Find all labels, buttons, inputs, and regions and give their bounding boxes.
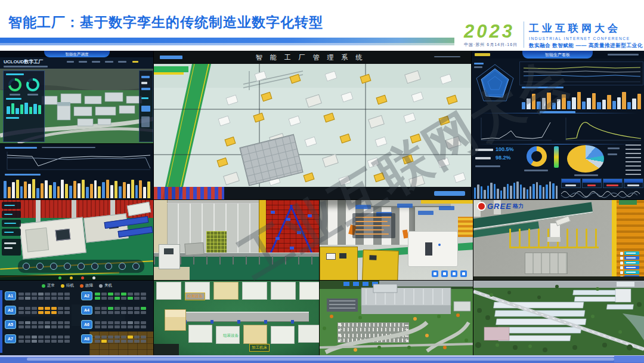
factory-machine-block <box>324 113 335 122</box>
bar <box>135 185 138 198</box>
factory-machine-block <box>225 95 238 106</box>
kpi-box-2-value <box>587 184 596 186</box>
factory-machine-block <box>439 116 450 125</box>
machine-block <box>64 297 70 300</box>
factory-machine-block <box>305 94 322 108</box>
machine-block <box>25 311 30 314</box>
hud-readout <box>2 239 21 256</box>
dashboard-kpi-panel: 智能生产看板 <box>472 51 644 200</box>
kpi-box-3 <box>603 179 623 188</box>
cnc-station-icon-1 <box>23 263 30 270</box>
machine-block <box>51 293 57 296</box>
machine-block <box>45 311 50 314</box>
gree-logo: GREE 格力 <box>477 202 524 211</box>
machine-block <box>121 297 126 300</box>
bar <box>78 183 80 199</box>
bar <box>106 180 109 198</box>
conference-logo: 2023 中国·苏州 6月14日-16日 工业互联网大会 INDUSTRIAL … <box>454 4 644 50</box>
bar <box>532 94 535 109</box>
machine-block <box>45 297 50 300</box>
bar <box>530 186 531 199</box>
bar <box>61 180 64 198</box>
bar <box>527 99 530 109</box>
pl-tool-icon-2 <box>441 270 448 277</box>
legend-item: 待机 <box>61 283 74 288</box>
legend-item: 关机 <box>99 283 112 288</box>
kpi-brand-mark <box>475 53 490 56</box>
machine-group-badge: A5 <box>5 320 16 329</box>
bar <box>82 180 85 198</box>
ml-label-assembly: 组装设备 <box>223 333 239 339</box>
pl-side-rack <box>458 217 473 237</box>
conference-name-cn: 工业互联网大会 <box>529 21 643 35</box>
machine-block <box>108 340 113 343</box>
machine-block <box>95 297 100 300</box>
pl-tag-4 <box>418 211 434 215</box>
machine-block <box>128 293 133 296</box>
cnc-station-icon-5 <box>78 263 85 270</box>
machine-block <box>121 336 126 339</box>
machine-block <box>64 311 70 314</box>
machine-block <box>101 307 107 310</box>
bar <box>503 187 505 199</box>
bar <box>139 180 142 198</box>
pl-data-line-5 <box>355 233 389 235</box>
factory-machine-block <box>218 116 230 127</box>
machine-block <box>25 321 30 324</box>
kpi2-value: 98.2% <box>496 155 511 161</box>
bar <box>73 181 76 198</box>
ratio-donut-label <box>524 170 548 171</box>
kpi-divider-1-label <box>540 111 575 113</box>
machine-block <box>128 311 133 314</box>
machine-block <box>25 340 30 343</box>
wh-gray-box <box>184 242 204 256</box>
bar <box>607 95 611 109</box>
bar <box>547 93 550 109</box>
gree-chip-column <box>620 251 640 280</box>
machine-block <box>128 336 133 339</box>
machine-group: A1 <box>5 291 74 300</box>
bar <box>582 101 586 109</box>
pl-enclosure <box>408 231 458 267</box>
machine-block-grid <box>95 307 146 314</box>
machine-block <box>51 297 57 300</box>
wh-brace-2 <box>290 205 315 260</box>
radar-legend-1 <box>474 63 484 64</box>
factory-machine-block <box>376 95 388 104</box>
wh-bin-3 <box>297 231 301 234</box>
dash-subtitle-line <box>4 66 48 67</box>
bar <box>481 186 482 199</box>
factory-machine-block <box>453 173 466 183</box>
machine-group-badge: A1 <box>5 291 16 300</box>
machine-block <box>64 340 70 343</box>
machine-block <box>32 307 37 310</box>
factory-machine-block <box>253 113 265 122</box>
ms-left-sliver <box>0 290 2 353</box>
machine-block <box>114 340 120 343</box>
dash-nav-4 <box>105 61 113 63</box>
cnc-hud-column <box>2 202 21 258</box>
legend-label: 待机 <box>66 283 74 288</box>
bar <box>500 190 502 199</box>
hud-box-1-line <box>4 205 15 206</box>
bar <box>622 92 626 109</box>
dash-nav-2 <box>79 61 87 63</box>
machine-block <box>38 325 44 328</box>
gree-bottom-band <box>473 276 644 281</box>
machine-block <box>18 325 24 328</box>
factory-machine-block <box>410 134 422 143</box>
warehouse-panel <box>154 200 320 281</box>
gree-chip-1 <box>620 251 640 255</box>
kpi-box-1 <box>561 179 581 188</box>
machine-group-badge: A7 <box>5 334 16 343</box>
bar <box>490 183 492 199</box>
gauge-right <box>26 78 39 91</box>
legend-label: 正常 <box>47 283 55 288</box>
machine-block <box>114 311 120 314</box>
machine-block <box>101 297 107 300</box>
machine-block-grid <box>18 307 70 314</box>
bar <box>8 187 11 198</box>
factory-machine-block <box>368 115 385 129</box>
bar <box>537 101 540 109</box>
machine-block <box>108 325 113 328</box>
